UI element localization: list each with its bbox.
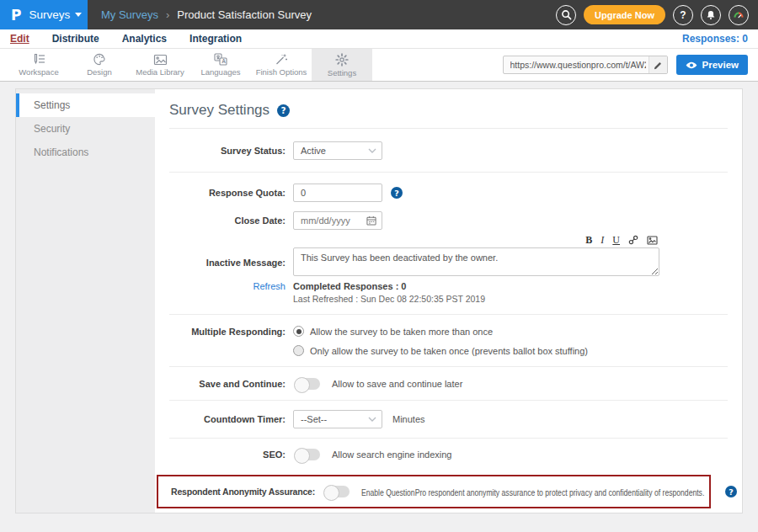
response-quota-input[interactable]	[293, 184, 382, 202]
tab-distribute[interactable]: Distribute	[52, 33, 99, 45]
refresh-link[interactable]: Refresh	[169, 281, 293, 291]
preview-label: Preview	[702, 60, 739, 70]
countdown-timer-value: --Set--	[301, 414, 327, 424]
chevron-down-icon	[75, 13, 82, 17]
response-quota-help-icon[interactable]: ?	[391, 187, 403, 199]
radio-option-label: Allow the survey to be taken more than o…	[310, 327, 493, 337]
tab-finish-options[interactable]: Finish Options	[251, 49, 312, 81]
anonymity-label: Respondent Anonymity Assurance:	[171, 487, 323, 497]
seo-toggle[interactable]	[295, 449, 320, 460]
page-title: Survey Settings	[169, 102, 270, 119]
italic-button[interactable]: I	[601, 235, 604, 245]
close-date-label: Close Date:	[169, 215, 293, 226]
settings-card: Settings Security Notifications Survey S…	[15, 88, 743, 513]
link-icon[interactable]	[628, 235, 638, 245]
anonymity-toggle[interactable]	[324, 486, 350, 497]
multiple-responding-row: Multiple Responding: Allow the survey to…	[169, 315, 728, 366]
tool-label: Workspace	[19, 67, 58, 77]
underline-button[interactable]: U	[612, 235, 620, 245]
anonymity-text: Enable QuestionPro respondent anonymity …	[361, 487, 704, 497]
responses-count[interactable]: Responses: 0	[682, 33, 748, 45]
close-date-input[interactable]	[294, 215, 366, 226]
inactive-message-label: Inactive Message:	[169, 230, 293, 268]
tab-workspace[interactable]: Workspace	[8, 49, 69, 81]
search-button[interactable]	[556, 5, 576, 25]
page-title-row: Survey Settings ?	[169, 89, 728, 129]
response-quota-label: Response Quota:	[169, 188, 293, 198]
countdown-minutes-label: Minutes	[392, 414, 425, 424]
tool-label: Languages	[200, 67, 240, 77]
help-button[interactable]: ?	[673, 5, 693, 25]
refresh-row: Refresh Completed Responses : 0 Last Ref…	[169, 281, 728, 304]
image-icon	[153, 54, 168, 66]
breadcrumb-separator: ›	[166, 8, 169, 21]
sidebar-item-security[interactable]: Security	[16, 117, 155, 141]
eye-icon	[686, 61, 697, 69]
tab-media-library[interactable]: Media Library	[130, 49, 190, 81]
survey-url-box	[503, 56, 668, 74]
questionpro-logo: P	[11, 7, 21, 24]
seo-text: Allow search engine indexing	[332, 450, 451, 460]
anonymity-text-wrap: Enable QuestionPro respondent anonymity …	[361, 484, 725, 499]
sidebar-item-label: Security	[34, 123, 70, 135]
tab-analytics[interactable]: Analytics	[122, 33, 167, 45]
gear-icon	[335, 53, 349, 66]
upgrade-now-button[interactable]: Upgrade Now	[584, 5, 665, 24]
insert-image-icon[interactable]	[647, 236, 658, 245]
save-continue-label: Save and Continue:	[169, 379, 293, 389]
calendar-icon[interactable]	[366, 215, 382, 226]
multiple-responding-options: Allow the survey to be taken more than o…	[293, 326, 588, 356]
breadcrumb-my-surveys[interactable]: My Surveys	[101, 8, 158, 21]
tool-label: Finish Options	[256, 67, 307, 77]
edit-toolbar: Workspace Design Media Library A Languag…	[0, 48, 758, 82]
radio-option-multiple[interactable]: Allow the survey to be taken more than o…	[293, 326, 588, 337]
product-switcher[interactable]: P Surveys	[0, 0, 88, 29]
chevron-down-icon	[368, 417, 376, 422]
tab-settings[interactable]: Settings	[312, 49, 372, 81]
divider	[169, 172, 728, 173]
search-icon	[561, 9, 572, 20]
close-date-row: Close Date:	[169, 211, 728, 230]
radio-option-once[interactable]: Only allow the survey to be taken once (…	[293, 345, 588, 356]
save-continue-row: Save and Continue: Allow to save and con…	[169, 367, 728, 400]
sidebar-item-notifications[interactable]: Notifications	[16, 141, 155, 164]
feedback-gauge-button[interactable]	[729, 5, 749, 25]
tab-languages[interactable]: A Languages	[190, 49, 251, 81]
palette-icon	[93, 53, 106, 66]
workspace-icon	[32, 53, 46, 66]
magic-wand-icon	[275, 53, 288, 66]
sidebar-item-label: Settings	[34, 99, 70, 111]
settings-main: Survey Settings ? Survey Status: Active …	[155, 89, 742, 513]
tab-edit[interactable]: Edit	[10, 33, 29, 45]
survey-url-input[interactable]	[504, 60, 649, 70]
anonymity-help-icon[interactable]: ?	[725, 486, 737, 497]
seo-label: SEO:	[169, 450, 293, 460]
tab-design[interactable]: Design	[69, 49, 130, 81]
survey-status-select[interactable]: Active	[293, 141, 382, 160]
tab-integration[interactable]: Integration	[190, 33, 242, 45]
notifications-button[interactable]	[701, 5, 721, 25]
survey-status-label: Survey Status:	[169, 146, 293, 156]
bell-icon	[706, 10, 716, 20]
save-continue-toggle[interactable]	[295, 378, 320, 390]
svg-text:A: A	[222, 58, 226, 64]
radio-unchecked-icon[interactable]	[293, 345, 304, 356]
preview-button[interactable]: Preview	[676, 55, 748, 75]
radio-option-label: Only allow the survey to be taken once (…	[310, 346, 588, 356]
breadcrumb: My Surveys › Product Satisfaction Survey	[88, 0, 312, 29]
last-refreshed: Last Refreshed : Sun Dec 08 22:50:35 PST…	[293, 294, 485, 304]
countdown-timer-select[interactable]: --Set--	[293, 410, 382, 428]
editor-toolbar: B I U	[293, 235, 658, 245]
title-help-icon[interactable]: ?	[277, 104, 290, 117]
response-stats: Completed Responses : 0 Last Refreshed :…	[293, 281, 485, 304]
inactive-message-input[interactable]: This Survey has been deactivated by the …	[293, 247, 659, 276]
app-menu-label: Surveys	[29, 8, 70, 21]
radio-checked-icon[interactable]	[293, 326, 304, 337]
sidebar-item-settings[interactable]: Settings	[16, 93, 155, 117]
toolbar-right: Preview	[503, 49, 758, 81]
content-area: Settings Security Notifications Survey S…	[0, 82, 758, 513]
bold-button[interactable]: B	[585, 235, 592, 245]
survey-status-row: Survey Status: Active	[169, 129, 728, 172]
edit-url-button[interactable]	[649, 56, 667, 73]
survey-status-value: Active	[301, 146, 326, 156]
